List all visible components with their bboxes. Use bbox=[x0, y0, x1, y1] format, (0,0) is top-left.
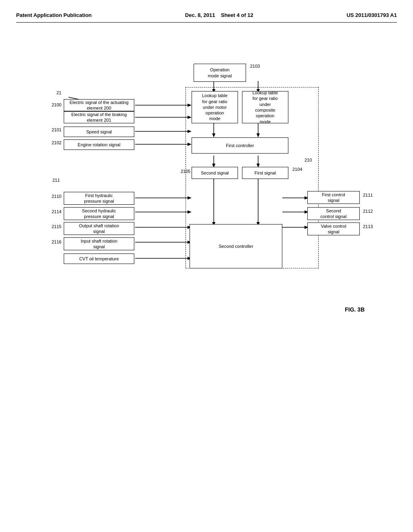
ref-2102: 2102 bbox=[52, 140, 61, 145]
first-hydraulic-box: First hydraulic pressure signal bbox=[64, 192, 134, 205]
output-shaft-box: Output shaft rotation signal bbox=[64, 222, 134, 235]
second-hydraulic-box: Second hydraulic pressure signal bbox=[64, 207, 134, 220]
ref-2112: 2112 bbox=[363, 209, 373, 214]
patent-number: US 2011/0301793 A1 bbox=[346, 12, 397, 18]
sheet-label: Sheet 4 of 12 bbox=[221, 12, 253, 18]
speed-signal-box: Speed signal bbox=[64, 127, 134, 137]
second-control-box: Second control signal bbox=[307, 207, 360, 220]
engine-rotation-box: Engine rotation signal bbox=[64, 139, 134, 150]
lookup-motor-box: Lookup table for gear ratio under motor … bbox=[192, 91, 238, 123]
valve-control-box: Valve control signal bbox=[307, 222, 360, 235]
ref-2110: 2110 bbox=[52, 194, 61, 199]
second-controller-box: Second controller bbox=[190, 224, 282, 268]
date-and-sheet: Dec. 8, 2011 Sheet 4 of 12 bbox=[185, 12, 253, 18]
ref-2114: 2114 bbox=[52, 209, 61, 214]
first-signal-box: First signal bbox=[242, 167, 288, 179]
lookup-composite-box: Lookup table for gear ratio under compos… bbox=[242, 91, 288, 123]
ref-2116: 2116 bbox=[52, 239, 61, 244]
input-shaft-box: Input shaft rotation signal bbox=[64, 237, 134, 250]
page: Patent Application Publication Dec. 8, 2… bbox=[0, 0, 413, 532]
ref-2101: 2101 bbox=[52, 127, 61, 132]
cvt-oil-box: CVT oil temperature bbox=[64, 254, 134, 264]
ref-211: 211 bbox=[52, 178, 60, 183]
operation-mode-box: Operation mode signal bbox=[194, 64, 246, 82]
date-label: Dec. 8, 2011 bbox=[185, 12, 215, 18]
electric-actuating-box: Electric signal of the actuating element… bbox=[64, 99, 134, 111]
page-header: Patent Application Publication Dec. 8, 2… bbox=[16, 8, 397, 23]
ref-2115: 2115 bbox=[52, 224, 61, 229]
first-controller-box: First controller bbox=[192, 137, 288, 154]
fig-label: FIG. 3B bbox=[345, 306, 365, 313]
publication-label: Patent Application Publication bbox=[16, 12, 92, 18]
electric-braking-box: Electric signal of the braking element 2… bbox=[64, 111, 134, 123]
second-signal-box: Second signal bbox=[192, 167, 238, 179]
ref-2111: 2111 bbox=[363, 193, 373, 197]
ref-210: 210 bbox=[305, 158, 312, 162]
first-control-box: First control signal bbox=[307, 191, 360, 204]
ref-2100: 2100 bbox=[52, 102, 61, 107]
ref-2113: 2113 bbox=[363, 224, 373, 229]
ref-2103: 2103 bbox=[250, 64, 260, 69]
ref-2105: 2105 bbox=[181, 169, 190, 174]
diagram-area: 21 Operation mode signal 2103 Lookup tab… bbox=[16, 39, 397, 401]
ref-2104: 2104 bbox=[292, 167, 302, 172]
ref-21: 21 bbox=[56, 90, 61, 95]
